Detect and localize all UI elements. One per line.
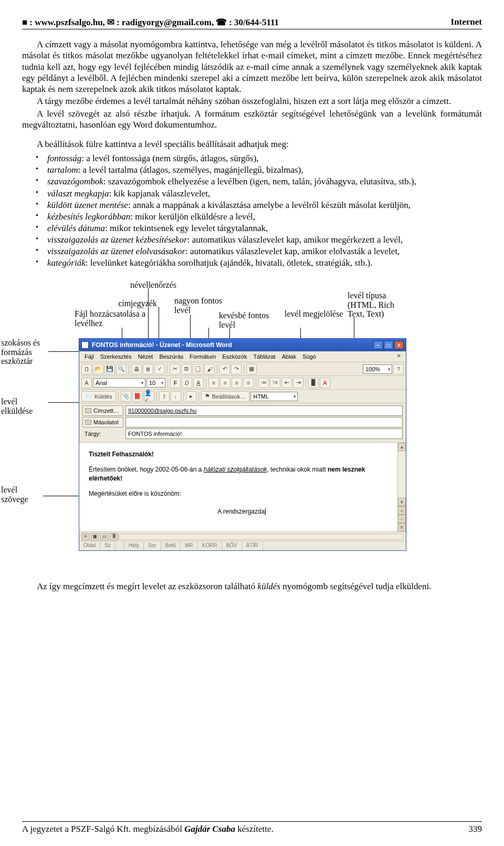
status-item bbox=[116, 541, 124, 550]
para-1: A címzett vagy a másolat nyomógombra kat… bbox=[22, 39, 482, 95]
zoom-select[interactable]: 100% bbox=[363, 364, 392, 374]
browse-prev-icon[interactable]: ± bbox=[398, 506, 406, 515]
redo-icon[interactable]: ↷ bbox=[231, 364, 242, 374]
bullet-item: visszaigazolás az üzenet elolvasásakor: … bbox=[22, 246, 482, 257]
maximize-button[interactable]: □ bbox=[384, 341, 393, 349]
status-bar: Oldal Sz Hely Sor Betű MR KORR BŐV ÁTÍR bbox=[79, 541, 406, 550]
outdent-icon[interactable]: ⇤ bbox=[281, 378, 292, 388]
computer-icon: ■ bbox=[22, 17, 27, 28]
align-right-icon[interactable]: ≡ bbox=[232, 378, 242, 388]
view-bar: ≡ ▦ ▭ ≣ bbox=[79, 531, 406, 541]
outline-view-icon[interactable]: ≣ bbox=[110, 533, 118, 540]
paste-icon[interactable]: 📋 bbox=[193, 364, 203, 374]
menu-help[interactable]: Súgó bbox=[299, 352, 319, 361]
format-toolbar: A Arial 10 F D A ≡ ≡ ≡ ≡ ≔ ⁝≡ ⇤ ⇥ ▉ A bbox=[79, 376, 406, 390]
high-importance-icon[interactable]: ! bbox=[159, 391, 170, 402]
menubar-close-icon[interactable]: × bbox=[394, 352, 404, 361]
header-mail: : radigyorgy@gmail.com, bbox=[117, 17, 214, 28]
font-color-icon[interactable]: A bbox=[320, 378, 330, 388]
browse-next-icon[interactable]: ∓ bbox=[398, 523, 406, 531]
align-center-icon[interactable]: ≡ bbox=[220, 378, 230, 388]
attach-icon[interactable]: 📎 bbox=[121, 391, 131, 402]
font-select[interactable]: Arial bbox=[93, 378, 145, 388]
justify-icon[interactable]: ≡ bbox=[243, 378, 254, 388]
save-icon[interactable]: 💾 bbox=[104, 364, 115, 374]
format-select[interactable]: HTML bbox=[250, 392, 298, 401]
cc-button[interactable]: Másolatot bbox=[82, 417, 123, 427]
callout-body: levél szövege bbox=[1, 485, 43, 504]
to-input[interactable]: 91000000@salgo.pszfs.hu bbox=[125, 405, 403, 416]
status-item: BŐV bbox=[222, 541, 242, 550]
menu-tools[interactable]: Eszközök bbox=[219, 352, 250, 361]
menu-format[interactable]: Formátum bbox=[186, 352, 219, 361]
menu-file[interactable]: Fájl bbox=[81, 352, 97, 361]
web-view-icon[interactable]: ▦ bbox=[91, 533, 99, 540]
bullet-item: kézbesítés legkorábban: mikor kerüljön e… bbox=[22, 211, 482, 223]
browse-select-icon[interactable]: ○ bbox=[398, 515, 406, 523]
highlight-icon[interactable]: ▉ bbox=[308, 378, 319, 388]
mail-icon: ✉ bbox=[107, 17, 114, 28]
flag-icon[interactable]: ▸ bbox=[186, 391, 196, 402]
para-after: Az így megcímzett és megírt levelet az e… bbox=[22, 581, 482, 592]
scroll-down-icon[interactable]: ▼ bbox=[398, 498, 406, 506]
bullet-item: visszaigazolás az üzenet kézbesítésekor:… bbox=[22, 234, 482, 246]
status-item: Betű bbox=[161, 541, 181, 550]
cc-input[interactable] bbox=[125, 417, 403, 427]
check-names-icon[interactable]: 👤✓ bbox=[144, 391, 154, 402]
titlebar[interactable]: FONTOS információ! - Üzenet - Microsoft … bbox=[79, 339, 406, 351]
spellcheck-icon[interactable]: ✓ bbox=[154, 364, 165, 374]
cut-icon[interactable]: ✂ bbox=[170, 364, 180, 374]
search-icon[interactable]: 🔍 bbox=[116, 364, 127, 374]
subject-input[interactable]: FONTOS információ! bbox=[125, 429, 403, 439]
bold-icon[interactable]: F bbox=[170, 378, 181, 388]
format-painter-icon[interactable]: 🖌 bbox=[204, 364, 215, 374]
menu-window[interactable]: Ablak bbox=[279, 352, 300, 361]
minimize-button[interactable]: – bbox=[373, 341, 383, 349]
status-item: ÁTÍR bbox=[242, 541, 263, 550]
menubar[interactable]: Fájl Szerkesztés Nézet Beszúrás Formátum… bbox=[79, 351, 406, 362]
open-icon[interactable]: 📂 bbox=[93, 364, 103, 374]
to-button[interactable]: Címzett… bbox=[82, 405, 123, 416]
preview-icon[interactable]: 🗎 bbox=[143, 364, 153, 374]
options-button[interactable]: ⚑ Beállítások… bbox=[201, 391, 250, 402]
email-window: FONTOS információ! - Üzenet - Microsoft … bbox=[79, 338, 406, 551]
copy-icon[interactable]: ⧉ bbox=[181, 364, 192, 374]
callout-send: levél elküldése bbox=[1, 397, 48, 415]
align-left-icon[interactable]: ≡ bbox=[208, 378, 219, 388]
numbered-list-icon[interactable]: ≔ bbox=[258, 378, 269, 388]
send-button[interactable]: 📨 Küldés bbox=[81, 391, 116, 402]
low-importance-icon[interactable]: ↓ bbox=[171, 391, 181, 402]
address-book-icon[interactable]: 📕 bbox=[132, 391, 143, 402]
para-4: A beállítások fülre kattintva a levél sp… bbox=[22, 139, 482, 150]
callout-toolbar: szokásos és formázás eszköztár bbox=[1, 338, 54, 366]
standard-toolbar: 🗋 📂 💾 🔍 🖶 🗎 ✓ ✂ ⧉ 📋 🖌 ↶ ↷ ▦ 100% bbox=[79, 362, 406, 376]
new-icon[interactable]: 🗋 bbox=[81, 364, 92, 374]
status-item: Hely bbox=[124, 541, 144, 550]
bullet-item: küldött üzenet mentése: annak a mappának… bbox=[22, 200, 482, 211]
window-title: FONTOS információ! - Üzenet - Microsoft … bbox=[92, 341, 373, 349]
mail-toolbar: 📨 Küldés 📎 📕 👤✓ ! ↓ ▸ ⚑ Beállítások… HTM… bbox=[79, 390, 406, 403]
italic-icon[interactable]: D bbox=[182, 378, 192, 388]
print-icon[interactable]: 🖶 bbox=[131, 364, 142, 374]
underline-icon[interactable]: A bbox=[193, 378, 204, 388]
menu-edit[interactable]: Szerkesztés bbox=[97, 352, 135, 361]
normal-view-icon[interactable]: ≡ bbox=[81, 533, 90, 540]
callout-spell: névellenőrzés bbox=[124, 280, 182, 290]
vertical-scrollbar[interactable]: ▲ ▼ ± ○ ∓ bbox=[397, 443, 406, 531]
table-icon[interactable]: ▦ bbox=[246, 364, 257, 374]
menu-insert[interactable]: Beszúrás bbox=[156, 352, 186, 361]
menu-view[interactable]: Nézet bbox=[135, 352, 156, 361]
status-item: Sz bbox=[100, 541, 116, 550]
undo-icon[interactable]: ↶ bbox=[219, 364, 230, 374]
menu-table[interactable]: Táblázat bbox=[250, 352, 278, 361]
size-select[interactable]: 10 bbox=[146, 378, 165, 388]
message-body[interactable]: Tisztelt Felhasználók! Értesítem önöket,… bbox=[79, 442, 406, 531]
scroll-up-icon[interactable]: ▲ bbox=[398, 443, 406, 451]
style-icon[interactable]: A bbox=[81, 378, 92, 388]
print-view-icon[interactable]: ▭ bbox=[100, 533, 109, 540]
help-icon[interactable]: ? bbox=[393, 364, 404, 374]
indent-icon[interactable]: ⇥ bbox=[293, 378, 303, 388]
bullet-list-icon[interactable]: ⁝≡ bbox=[270, 378, 280, 388]
book-icon bbox=[85, 420, 91, 425]
close-button[interactable]: × bbox=[394, 341, 404, 349]
